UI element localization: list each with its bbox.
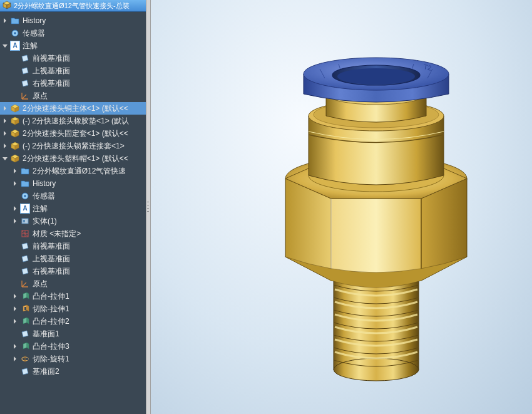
tree-item-label: (-) 2分快速接头橡胶垫<1> (默认: [23, 116, 129, 127]
blue-release-ring: T2: [304, 58, 449, 102]
cut-icon: [20, 304, 30, 314]
tree-item[interactable]: 基准面1: [0, 328, 146, 340]
tree-item[interactable]: 切除-旋转1: [0, 353, 146, 365]
tree-item[interactable]: 2分快速接头固定套<1> (默认<<: [0, 127, 146, 140]
folder-icon: [20, 166, 30, 176]
tree-item[interactable]: 基准面2: [0, 365, 146, 378]
tree-item[interactable]: 右视基准面: [0, 265, 146, 277]
tree-item[interactable]: 凸台-拉伸3: [0, 340, 146, 353]
chevron-down-icon[interactable]: [1, 42, 9, 49]
tree-item[interactable]: History: [0, 177, 146, 190]
chevron-right-icon[interactable]: [11, 318, 19, 325]
tree-item[interactable]: 上视基准面: [0, 65, 146, 77]
svg-rect-38: [26, 358, 28, 360]
tree-item[interactable]: 上视基准面: [0, 252, 146, 265]
sensor-icon: [20, 191, 30, 201]
tree-item-label: 切除-旋转1: [33, 354, 69, 365]
tree-item-label: 2分外螺纹直通Ø12气管快速: [33, 166, 126, 177]
tree-item-label: 前视基准面: [33, 241, 70, 252]
tree-item[interactable]: 前视基准面: [0, 240, 146, 252]
tree-item-label: (-) 2分快速接头锁紧连接套<1>: [23, 141, 125, 152]
plane-icon: [20, 266, 30, 276]
revolve-icon: [20, 354, 30, 364]
tree-body: History传感器A注解前视基准面上视基准面右视基准面原点2分快速接头铜主体<…: [0, 12, 146, 380]
chevron-right-icon[interactable]: [11, 205, 19, 212]
plane-icon: [20, 66, 30, 76]
tree-arrow-none: [11, 230, 19, 237]
tree-item-label: 上视基准面: [33, 254, 70, 264]
asm-y-icon: [10, 116, 20, 126]
splitter-grip-icon: [147, 200, 150, 213]
tree-item-label: 注解: [33, 204, 48, 214]
splitter[interactable]: [146, 0, 151, 414]
assembly-icon: [3, 1, 11, 11]
body-icon: [20, 216, 30, 226]
chevron-right-icon[interactable]: [1, 130, 9, 137]
chevron-right-icon[interactable]: [1, 142, 9, 150]
tree-item[interactable]: 材质 <未指定>: [0, 227, 146, 240]
tree-item-label: 切除-拉伸1: [33, 304, 69, 314]
chevron-right-icon[interactable]: [11, 167, 19, 175]
tree-item[interactable]: 2分外螺纹直通Ø12气管快速: [0, 165, 146, 177]
tree-arrow-none: [11, 255, 19, 262]
plane-icon: [20, 241, 30, 251]
tree-item[interactable]: History: [0, 14, 146, 27]
chevron-right-icon[interactable]: [11, 343, 19, 350]
tree-item[interactable]: A注解: [0, 39, 146, 52]
tree-item[interactable]: 传感器: [0, 190, 146, 202]
tree-item-label: 右视基准面: [33, 266, 70, 277]
tree-item[interactable]: 原点: [0, 90, 146, 102]
tree-item-label: 凸台-拉伸2: [33, 316, 69, 327]
chevron-down-icon[interactable]: [1, 155, 9, 162]
feature-tree-panel: 2分外螺纹直通Ø12气管快速接头-总装 History传感器A注解前视基准面上视…: [0, 0, 146, 414]
folder-icon: [20, 179, 30, 189]
svg-point-40: [334, 358, 419, 381]
tree-item[interactable]: 实体(1): [0, 215, 146, 227]
asm-y-icon: [10, 141, 20, 151]
chevron-right-icon[interactable]: [11, 217, 19, 225]
tree-item[interactable]: 凸台-拉伸1: [0, 290, 146, 303]
svg-marker-28: [23, 292, 27, 299]
tree-item[interactable]: 前视基准面: [0, 52, 146, 65]
extrude-icon: [20, 291, 30, 301]
svg-marker-29: [27, 292, 29, 299]
tree-item[interactable]: 凸台-拉伸2: [0, 315, 146, 328]
chevron-right-icon[interactable]: [11, 180, 19, 187]
tree-arrow-none: [11, 368, 19, 375]
a-icon: A: [20, 204, 30, 214]
svg-marker-34: [27, 318, 29, 324]
tree-item-label: 传感器: [33, 191, 55, 202]
chevron-right-icon[interactable]: [1, 17, 9, 24]
tree-arrow-none: [11, 330, 19, 338]
tree-item[interactable]: 原点: [0, 277, 146, 290]
tree-item-label: 基准面2: [33, 366, 59, 377]
tree-item-label: 2分快速接头铜主体<1> (默认<<: [23, 103, 128, 114]
svg-marker-31: [27, 305, 29, 311]
tree-item[interactable]: A注解: [0, 202, 146, 215]
chevron-right-icon[interactable]: [11, 355, 19, 363]
chevron-right-icon[interactable]: [1, 117, 9, 125]
svg-rect-32: [24, 307, 26, 310]
tree-arrow-none: [11, 67, 19, 75]
tree-item[interactable]: 2分快速接头铜主体<1> (默认<<: [0, 102, 146, 115]
tree-item[interactable]: 传感器: [0, 27, 146, 39]
tree-item-label: 2分快速接头固定套<1> (默认<<: [23, 128, 128, 139]
tree-item-label: 凸台-拉伸3: [33, 341, 69, 352]
plane-icon: [20, 78, 30, 88]
tree-item[interactable]: 2分快速接头塑料帽<1> (默认<<: [0, 152, 146, 165]
chevron-right-icon[interactable]: [1, 105, 9, 112]
tree-item-label: History: [23, 16, 46, 25]
svg-point-4: [14, 32, 16, 34]
chevron-right-icon[interactable]: [11, 305, 19, 313]
chevron-right-icon[interactable]: [11, 292, 19, 300]
tree-item[interactable]: 切除-拉伸1: [0, 303, 146, 315]
3d-viewport[interactable]: T2: [151, 0, 532, 414]
tree-header[interactable]: 2分外螺纹直通Ø12气管快速接头-总装: [0, 0, 146, 12]
tree-arrow-none: [11, 280, 19, 287]
tree-item[interactable]: 右视基准面: [0, 77, 146, 90]
tree-item-label: 原点: [33, 91, 48, 101]
tree-item[interactable]: (-) 2分快速接头锁紧连接套<1>: [0, 140, 146, 152]
svg-marker-33: [23, 318, 27, 324]
tree-item[interactable]: (-) 2分快速接头橡胶垫<1> (默认: [0, 115, 146, 127]
a-icon: A: [10, 41, 20, 51]
